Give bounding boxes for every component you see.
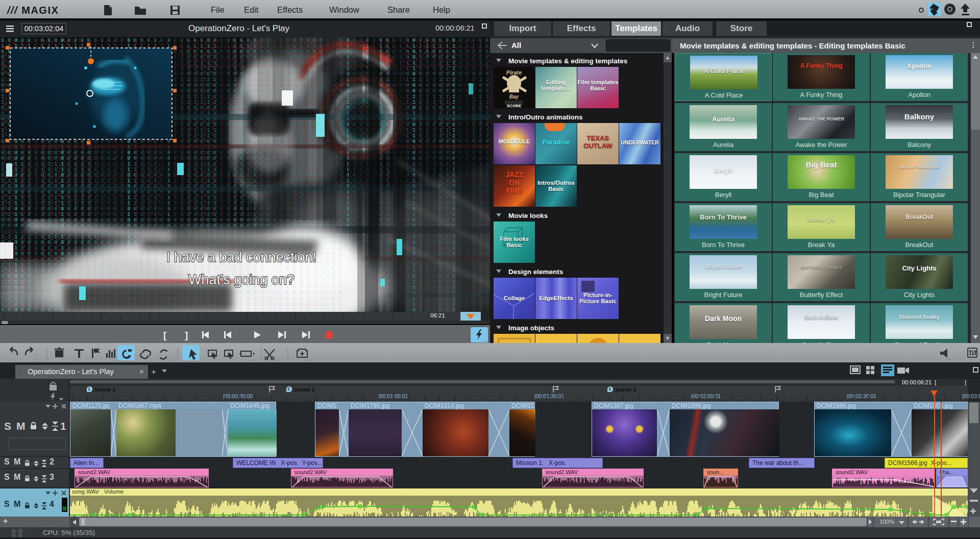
svg-text:Bay: Bay: [509, 94, 519, 100]
svg-text:...: ...: [35, 356, 38, 361]
svg-text:...: ...: [115, 357, 119, 361]
svg-text:...: ...: [167, 357, 171, 361]
svg-text:...: ...: [251, 357, 255, 361]
svg-text:...: ...: [76, 357, 79, 361]
svg-text:SCORE: SCORE: [507, 104, 522, 108]
svg-text:Pirate: Pirate: [506, 69, 522, 76]
svg-text:...: ...: [947, 355, 951, 360]
svg-text:...: ...: [276, 357, 279, 361]
svg-text:I have a bad connection!: I have a bad connection!: [166, 250, 316, 265]
svg-text:...: ...: [307, 357, 311, 361]
svg-text:What's going on?: What's going on?: [188, 272, 295, 287]
